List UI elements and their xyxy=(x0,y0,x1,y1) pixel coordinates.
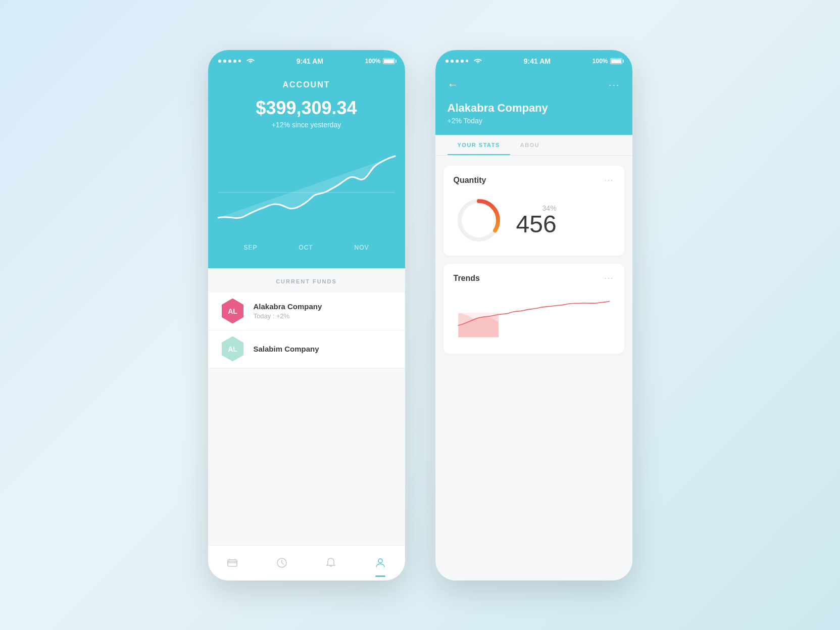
chart-label-sep: SEP xyxy=(243,244,257,251)
profile-icon xyxy=(374,557,386,569)
donut-svg xyxy=(454,195,504,246)
wifi-icon-2 xyxy=(474,58,482,64)
signal-dot-1 xyxy=(218,60,221,63)
trends-title: Trends xyxy=(454,274,480,283)
status-time-2: 9:41 AM xyxy=(524,57,551,65)
bottom-nav xyxy=(208,545,405,580)
cards-icon xyxy=(226,557,238,569)
signal-area-2 xyxy=(446,58,482,65)
signal-area xyxy=(218,58,255,65)
quantity-body: 34% 456 xyxy=(454,195,614,246)
stats-tabs: YOUR STATS ABOU xyxy=(435,135,632,156)
signal-dot-4 xyxy=(233,60,236,63)
funds-title: CURRENT FUNDS xyxy=(208,268,405,293)
account-title: ACCOUNT xyxy=(208,72,405,93)
more-menu-button[interactable]: ··· xyxy=(609,79,620,90)
battery-icon-1 xyxy=(383,58,395,64)
chart-labels: SEP OCT NOV xyxy=(208,240,405,251)
svg-point-4 xyxy=(378,559,382,563)
chart-svg xyxy=(208,137,405,238)
battery-fill-2 xyxy=(611,59,621,63)
tab-your-stats[interactable]: YOUR STATS xyxy=(448,135,510,155)
company-change: +2% Today xyxy=(448,117,620,135)
nav-profile[interactable] xyxy=(364,553,397,573)
fund-name-1: Alakabra Company xyxy=(254,302,393,311)
fund-sub-1: Today : +2% xyxy=(254,312,393,320)
fund-name-2: Salabim Company xyxy=(254,345,393,353)
chart-label-oct: OCT xyxy=(299,244,313,251)
account-header: ACCOUNT $399,309.34 +12% since yesterday xyxy=(208,72,405,137)
battery-area-2: 100% xyxy=(592,58,622,65)
trends-card-header: Trends ··· xyxy=(454,274,614,283)
nav-clock[interactable] xyxy=(266,553,298,573)
funds-section: CURRENT FUNDS AL Alakabra Company Today … xyxy=(208,268,405,545)
account-amount: $399,309.34 xyxy=(208,93,405,121)
stats-content: Quantity ··· xyxy=(435,156,632,580)
status-bar-2: 9:41 AM 100% xyxy=(435,50,632,72)
battery-area-1: 100% xyxy=(365,58,395,65)
signal-dot2-5 xyxy=(466,60,468,62)
nav-bell[interactable] xyxy=(315,553,347,573)
trends-card: Trends ··· xyxy=(443,264,624,354)
tab-about[interactable]: ABOU xyxy=(510,135,550,155)
signal-dot-5 xyxy=(238,60,241,62)
status-time-1: 9:41 AM xyxy=(297,57,323,65)
svg-rect-2 xyxy=(228,561,237,563)
line-chart: SEP OCT NOV xyxy=(208,137,405,268)
signal-dot2-4 xyxy=(461,60,464,63)
trends-menu[interactable]: ··· xyxy=(604,274,614,283)
signal-dot-2 xyxy=(223,60,226,63)
fund-item-1[interactable]: AL Alakabra Company Today : +2% xyxy=(208,293,405,330)
quantity-card: Quantity ··· xyxy=(443,166,624,256)
signal-dot2-3 xyxy=(456,60,459,63)
phone-account: 9:41 AM 100% ACCOUNT $399,309.34 +12% si… xyxy=(208,50,405,580)
company-name: Alakabra Company xyxy=(448,98,620,117)
battery-fill-1 xyxy=(384,59,394,63)
fund-avatar-sal: AL xyxy=(220,336,245,362)
company-header: ← ··· Alakabra Company +2% Today xyxy=(435,72,632,135)
fund-item-2[interactable]: AL Salabim Company xyxy=(208,330,405,368)
status-bar-1: 9:41 AM 100% xyxy=(208,50,405,72)
nav-cards[interactable] xyxy=(216,553,249,573)
signal-dot2-1 xyxy=(446,60,449,63)
quantity-value: 456 xyxy=(516,212,557,236)
clock-icon xyxy=(276,557,288,569)
wifi-icon xyxy=(246,58,255,64)
battery-percent-2: 100% xyxy=(592,58,608,65)
battery-percent-1: 100% xyxy=(365,58,381,65)
header-nav: ← ··· xyxy=(448,72,620,98)
fund-info-2: Salabim Company xyxy=(254,345,393,353)
account-change: +12% since yesterday xyxy=(208,121,405,137)
signal-dot2-2 xyxy=(451,60,454,63)
back-button[interactable]: ← xyxy=(448,78,459,91)
phone-company: 9:41 AM 100% ← ··· Alakabra Company +2% … xyxy=(435,50,632,580)
fund-info-1: Alakabra Company Today : +2% xyxy=(254,302,393,320)
trends-svg xyxy=(454,293,614,344)
quantity-card-header: Quantity ··· xyxy=(454,176,614,185)
battery-icon-2 xyxy=(610,58,622,64)
trends-chart xyxy=(454,293,614,344)
fund-avatar-al: AL xyxy=(220,299,245,324)
donut-chart xyxy=(454,195,504,246)
chart-label-nov: NOV xyxy=(355,244,369,251)
quantity-stats: 34% 456 xyxy=(516,204,557,236)
quantity-title: Quantity xyxy=(454,176,486,185)
bell-icon xyxy=(325,557,337,569)
signal-dot-3 xyxy=(228,60,231,63)
quantity-menu[interactable]: ··· xyxy=(604,176,614,185)
